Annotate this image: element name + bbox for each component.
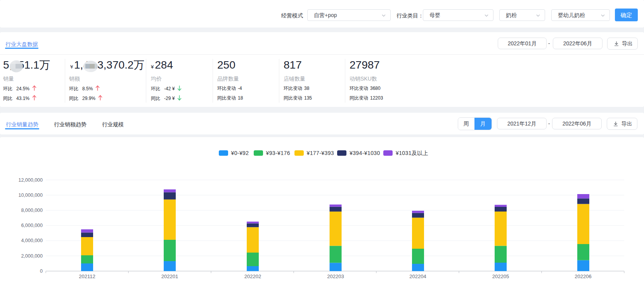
svg-text:8,000,000: 8,000,000 [21, 208, 43, 213]
svg-text:12,000,000: 12,000,000 [18, 177, 43, 183]
svg-text:202206: 202206 [575, 274, 591, 279]
svg-text:6,000,000: 6,000,000 [21, 223, 43, 228]
svg-text:202205: 202205 [492, 274, 509, 279]
svg-text:202203: 202203 [327, 274, 344, 279]
svg-text:202202: 202202 [244, 274, 261, 279]
svg-text:202112: 202112 [79, 274, 95, 279]
svg-text:10,000,000: 10,000,000 [18, 193, 43, 198]
svg-text:4,000,000: 4,000,000 [21, 238, 43, 243]
svg-text:202201: 202201 [161, 274, 178, 279]
svg-text:202204: 202204 [409, 274, 426, 279]
svg-text:0: 0 [40, 268, 43, 274]
svg-text:2,000,000: 2,000,000 [21, 253, 43, 259]
